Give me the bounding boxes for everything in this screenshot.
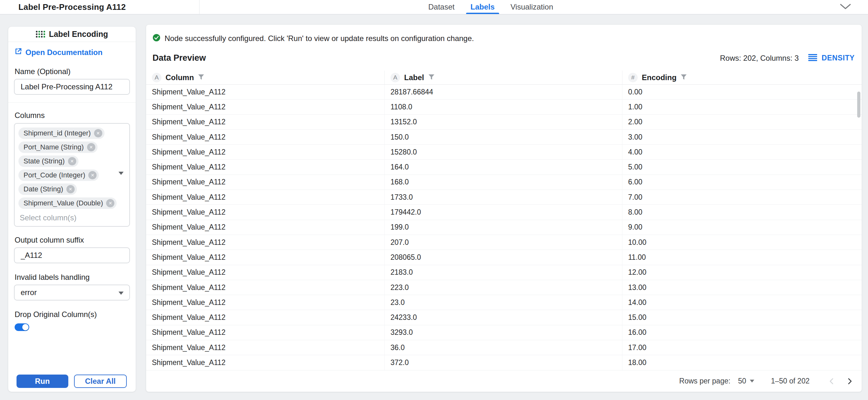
table-row[interactable]: Shipment_Value_A1123293.016.00	[146, 325, 862, 340]
cell-column: Shipment_Value_A112	[146, 115, 384, 130]
cell-column: Shipment_Value_A112	[146, 145, 384, 159]
table-row[interactable]: Shipment_Value_A11228187.668440.00	[146, 85, 862, 99]
cell-label: 15280.0	[384, 145, 622, 159]
cell-label: 164.0	[384, 160, 622, 174]
toggle-knob	[22, 324, 29, 331]
cell-encoding: 9.00	[622, 220, 862, 235]
table-row[interactable]: Shipment_Value_A1122183.012.00	[146, 265, 862, 280]
table-row[interactable]: Shipment_Value_A112207.010.00	[146, 235, 862, 250]
chip-remove-icon[interactable]: ✕	[88, 171, 97, 179]
table-row[interactable]: Shipment_Value_A11236.017.00	[146, 340, 862, 355]
invalid-labels-select[interactable]: error	[14, 285, 130, 301]
chip-remove-icon[interactable]: ✕	[87, 143, 95, 151]
cell-column: Shipment_Value_A112	[146, 85, 384, 99]
column-chip: Shipment_id (Integer)✕	[19, 127, 104, 139]
open-documentation-link[interactable]: Open Documentation	[14, 48, 129, 57]
rows-per-page-value[interactable]: 50	[738, 377, 746, 385]
page-title: Label Pre-Processing A112	[19, 0, 126, 14]
cell-label: 199.0	[384, 220, 622, 235]
vertical-scrollbar-thumb[interactable]	[857, 92, 860, 118]
cell-encoding: 14.00	[622, 295, 862, 310]
rows-per-page-label: Rows per page:	[679, 377, 731, 385]
cell-column: Shipment_Value_A112	[146, 325, 384, 340]
cell-encoding: 8.00	[622, 205, 862, 220]
type-badge-string: A	[152, 73, 161, 82]
cell-encoding: 5.00	[622, 160, 862, 174]
cell-column: Shipment_Value_A112	[146, 310, 384, 325]
table-row[interactable]: Shipment_Value_A112208065.011.00	[146, 250, 862, 265]
table-row[interactable]: Shipment_Value_A112164.05.00	[146, 160, 862, 175]
cell-label: 223.0	[384, 280, 622, 295]
cell-column: Shipment_Value_A112	[146, 220, 384, 235]
column-header-label: Encoding	[642, 73, 676, 82]
tab-label: Labels	[470, 3, 495, 11]
cell-label: 3293.0	[384, 325, 622, 340]
table-row[interactable]: Shipment_Value_A11223.014.00	[146, 295, 862, 310]
cell-label: 150.0	[384, 130, 622, 144]
cell-label: 207.0	[384, 235, 622, 250]
column-header-label-col[interactable]: A Label	[384, 70, 622, 84]
tab-visualization[interactable]: Visualization	[510, 0, 553, 14]
chevron-down-icon[interactable]	[840, 3, 851, 11]
table-row[interactable]: Shipment_Value_A11224233.015.00	[146, 310, 862, 325]
cell-column: Shipment_Value_A112	[146, 175, 384, 190]
funnel-icon[interactable]	[681, 73, 687, 82]
columns-multiselect[interactable]: Shipment_id (Integer)✕Port_Name (String)…	[14, 123, 130, 227]
table-row[interactable]: Shipment_Value_A112372.018.00	[146, 355, 862, 370]
tab-bar: Dataset Labels Visualization	[428, 0, 553, 14]
preview-title: Data Preview	[153, 53, 206, 63]
column-chip: Port_Code (Integer)✕	[19, 169, 99, 181]
table-row[interactable]: Shipment_Value_A1121733.07.00	[146, 190, 862, 205]
caret-down-icon[interactable]	[750, 380, 754, 382]
external-link-icon	[14, 48, 22, 57]
table-row[interactable]: Shipment_Value_A112150.03.00	[146, 130, 862, 145]
suffix-input[interactable]	[14, 247, 130, 263]
drop-original-toggle[interactable]	[14, 323, 29, 331]
column-chip: Shipment_Value (Double)✕	[19, 197, 117, 209]
chip-remove-icon[interactable]: ✕	[106, 199, 114, 207]
clear-all-button[interactable]: Clear All	[74, 375, 127, 388]
table-row[interactable]: Shipment_Value_A1121108.01.00	[146, 99, 862, 114]
column-header-encoding[interactable]: # Encoding	[622, 70, 862, 84]
name-field-label: Name (Optional)	[14, 67, 130, 76]
table-row[interactable]: Shipment_Value_A112168.06.00	[146, 175, 862, 190]
cell-label: 36.0	[384, 340, 622, 355]
column-header-label: Column	[165, 73, 194, 82]
cell-encoding: 0.00	[622, 85, 862, 99]
cell-encoding: 4.00	[622, 145, 862, 159]
cell-label: 1108.0	[384, 99, 622, 114]
funnel-icon[interactable]	[198, 73, 204, 82]
column-chip: State (String)✕	[19, 155, 79, 167]
table-row[interactable]: Shipment_Value_A112179442.08.00	[146, 205, 862, 220]
node-type-title: Label Encoding	[49, 30, 108, 39]
chip-remove-icon[interactable]: ✕	[68, 157, 76, 165]
cell-label: 23.0	[384, 295, 622, 310]
cell-encoding: 13.00	[622, 280, 862, 295]
cell-encoding: 1.00	[622, 99, 862, 114]
chip-remove-icon[interactable]: ✕	[94, 129, 102, 137]
name-input[interactable]	[14, 79, 130, 95]
run-button[interactable]: Run	[17, 375, 68, 388]
funnel-icon[interactable]	[428, 73, 435, 82]
cell-column: Shipment_Value_A112	[146, 235, 384, 250]
columns-select-placeholder[interactable]: Select column(s)	[19, 211, 125, 224]
density-toggle[interactable]: DENSITY	[808, 54, 855, 62]
cell-encoding: 7.00	[622, 190, 862, 204]
caret-down-icon	[119, 292, 124, 295]
cell-label: 179442.0	[384, 205, 622, 220]
column-header-column[interactable]: A Column	[146, 70, 384, 84]
table-row[interactable]: Shipment_Value_A112199.09.00	[146, 220, 862, 235]
chip-remove-icon[interactable]: ✕	[66, 185, 75, 193]
chevron-right-icon[interactable]	[847, 378, 853, 385]
chevron-left-icon[interactable]	[829, 378, 834, 385]
cell-label: 2183.0	[384, 265, 622, 280]
tab-labels[interactable]: Labels	[470, 0, 495, 14]
caret-down-icon[interactable]	[119, 172, 124, 175]
table-row[interactable]: Shipment_Value_A11215280.04.00	[146, 145, 862, 160]
tab-dataset[interactable]: Dataset	[428, 0, 455, 14]
cell-encoding: 16.00	[622, 325, 862, 340]
density-lines-icon	[808, 54, 817, 62]
table-row[interactable]: Shipment_Value_A112223.013.00	[146, 280, 862, 295]
section-divider	[8, 103, 136, 103]
table-row[interactable]: Shipment_Value_A11213152.02.00	[146, 115, 862, 130]
